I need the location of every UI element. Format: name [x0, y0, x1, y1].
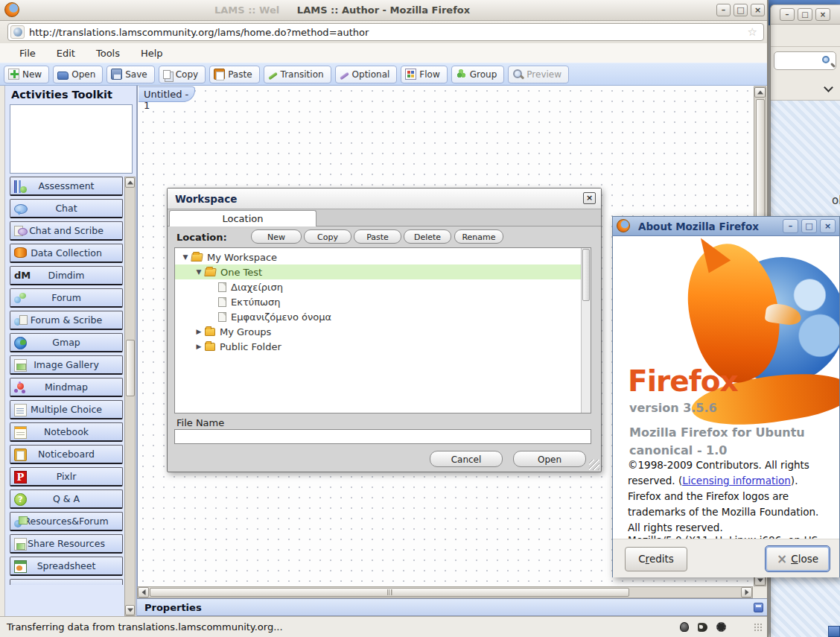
activity-data-collection[interactable]: Data Collection [10, 244, 123, 263]
expander-right-icon[interactable]: ▶ [194, 328, 203, 335]
scrollbar-thumb[interactable] [150, 588, 629, 597]
paste-button[interactable]: Paste [354, 229, 401, 244]
maximize-icon[interactable]: □ [734, 4, 748, 16]
activity-noticeboard[interactable]: Noticeboard [10, 445, 123, 464]
tree-item-public-folder[interactable]: ▶ Public Folder [175, 339, 591, 354]
activity-forum[interactable]: Forum [10, 288, 123, 308]
tree-scrollbar[interactable] [581, 248, 591, 413]
tree-item-file[interactable]: Διαχείριση [175, 279, 591, 294]
expand-icon[interactable] [754, 603, 763, 612]
monkey-icon[interactable] [698, 623, 707, 632]
file-name-input[interactable] [174, 429, 591, 444]
expander-down-icon[interactable]: ▼ [181, 253, 190, 261]
activity-multiple-choice[interactable]: Multiple Choice [10, 400, 123, 419]
copy-button[interactable]: Copy [304, 229, 351, 244]
forum-icon [14, 292, 27, 305]
activity-resources-forum[interactable]: Resources&Forum [10, 512, 123, 531]
scroll-up-icon[interactable] [125, 177, 135, 188]
close-button[interactable]: ×Close [765, 545, 830, 572]
scroll-up-icon[interactable] [754, 87, 766, 98]
activity-pixlr[interactable]: PPixlr [10, 467, 123, 487]
optional-button[interactable]: Optional [335, 66, 398, 83]
group-button[interactable]: Group [451, 66, 505, 83]
preview-button[interactable]: Preview [508, 66, 569, 83]
paste-button[interactable]: Paste [209, 66, 259, 83]
activity-notebook[interactable]: Notebook [10, 422, 123, 442]
activity-image-gallery[interactable]: Image Gallery [10, 355, 123, 375]
tree-item-my-workspace[interactable]: ▼ My Workspace [175, 250, 591, 264]
scroll-down-icon[interactable] [125, 605, 135, 615]
minimize-icon[interactable]: – [783, 219, 798, 233]
activity-forum-scribe[interactable]: Forum & Scribe [10, 311, 123, 330]
activity-share-resources[interactable]: Share Resources [10, 534, 123, 554]
activity-chat-and-scribe[interactable]: Chat and Scribe [10, 221, 123, 241]
resize-grip[interactable] [754, 623, 763, 632]
menu-help[interactable]: Help [133, 45, 171, 61]
tree-item-file[interactable]: Εκτύπωση [175, 294, 591, 309]
close-icon[interactable]: × [583, 192, 596, 204]
expander-right-icon[interactable]: ▶ [194, 343, 203, 350]
copy-button[interactable]: Copy [159, 66, 206, 83]
canvas-horizontal-scrollbar[interactable] [137, 586, 753, 598]
search-input[interactable] [774, 51, 836, 70]
bug-icon[interactable] [680, 622, 689, 632]
transition-button[interactable]: Transition [264, 66, 331, 83]
url-bar[interactable]: ☆ [7, 23, 764, 41]
design-tab[interactable]: Untitled - 1 [139, 86, 195, 102]
scroll-right-icon[interactable] [741, 587, 752, 598]
resize-grip[interactable] [589, 460, 599, 470]
menu-edit[interactable]: Edit [49, 45, 83, 61]
activity-spreadsheet[interactable]: Spreadsheet [10, 557, 123, 576]
expander-down-icon[interactable]: ▼ [194, 268, 203, 276]
flow-button[interactable]: Flow [401, 66, 447, 83]
activity-assessment[interactable]: Assessment [10, 177, 123, 196]
scrollbar-thumb[interactable] [126, 340, 135, 396]
maximize-icon[interactable]: □ [801, 219, 817, 233]
globe-icon [14, 337, 27, 349]
delete-button[interactable]: Delete [404, 229, 451, 244]
rename-button[interactable]: Rename [454, 229, 503, 244]
tree-item-my-groups[interactable]: ▶ My Groups [175, 324, 591, 339]
scrollbar-thumb[interactable] [582, 249, 590, 301]
activity-qa[interactable]: ?Q & A [10, 489, 123, 509]
activity-partial[interactable] [10, 579, 123, 585]
resources-forum-icon [14, 516, 27, 528]
spreadsheet-icon [14, 560, 27, 573]
titlebar[interactable]: LAMS :: Wel LAMS :: Author - Mozilla Fir… [0, 0, 767, 21]
new-folder-button[interactable]: New [251, 229, 302, 244]
close-icon[interactable]: × [751, 4, 765, 16]
minimize-icon[interactable]: – [716, 4, 731, 16]
url-input[interactable] [29, 24, 736, 40]
open-button[interactable]: Open [513, 451, 586, 467]
licensing-information-link[interactable]: Licensing information [682, 475, 791, 487]
menu-file[interactable]: File [12, 45, 43, 61]
cancel-button[interactable]: Cancel [430, 451, 503, 467]
scroll-left-icon[interactable] [138, 587, 149, 598]
activity-mindmap[interactable]: Mindmap [10, 378, 123, 397]
product-name: Firefox [628, 364, 738, 398]
workspace-dialog-header[interactable]: Workspace × [168, 188, 601, 209]
chevron-down-icon[interactable] [824, 83, 833, 92]
about-dialog-titlebar[interactable]: About Mozilla Firefox – □ × [613, 217, 839, 236]
tree-item-one-test[interactable]: ▼ One Test [175, 264, 591, 279]
tree-item-file[interactable]: Εμφανιζόμενο όνομα [175, 309, 591, 324]
gear-icon[interactable] [716, 622, 726, 632]
image-gallery-icon [14, 359, 27, 372]
credits-button[interactable]: Credits [625, 547, 687, 571]
minimize-icon[interactable]: – [780, 8, 795, 21]
sidebar-scrollbar[interactable] [124, 177, 136, 616]
folder-icon [205, 328, 215, 336]
activity-dimdim[interactable]: dMDimdim [10, 266, 123, 285]
close-icon[interactable]: × [815, 8, 830, 21]
open-button[interactable]: Open [53, 66, 103, 83]
menu-tools[interactable]: Tools [89, 45, 127, 61]
properties-bar[interactable]: Properties [137, 598, 767, 616]
tab-location[interactable]: Location [169, 210, 316, 226]
activity-gmap[interactable]: Gmap [10, 333, 123, 352]
new-button[interactable]: New [4, 66, 49, 83]
bookmark-star-icon[interactable]: ☆ [748, 25, 757, 39]
maximize-icon[interactable]: □ [798, 8, 812, 21]
save-button[interactable]: Save [106, 66, 154, 83]
activity-chat[interactable]: Chat [10, 199, 123, 218]
close-icon[interactable]: × [820, 219, 836, 233]
